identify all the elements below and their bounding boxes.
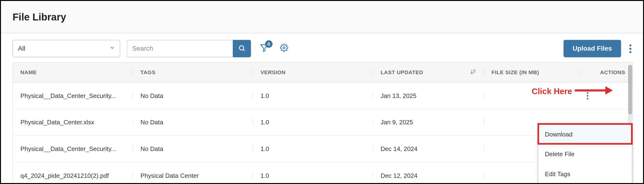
menu-item-edit-tags[interactable]: Edit Tags	[538, 164, 632, 184]
col-header-actions: ACTIONS	[579, 69, 633, 75]
cell-tags: No Data	[133, 92, 253, 99]
cell-version: 1.0	[253, 92, 373, 99]
cell-tags: Physical Data Center	[133, 172, 253, 179]
toolbar: 0 Upload Files	[1, 33, 644, 62]
cell-updated: Dec 14, 2024	[373, 145, 484, 152]
settings-button[interactable]	[278, 42, 291, 55]
page-title: File Library	[12, 11, 66, 23]
cell-version: 1.0	[253, 172, 373, 179]
col-header-updated-label: LAST UPDATED	[380, 69, 423, 75]
cell-updated: Jan 9, 2025	[373, 119, 484, 126]
col-header-version[interactable]: VERSION	[253, 69, 373, 75]
cell-tags: No Data	[133, 145, 253, 152]
menu-item-delete[interactable]: Delete File	[538, 144, 632, 164]
scrollbar-thumb[interactable]	[628, 65, 632, 114]
cell-version: 1.0	[253, 119, 373, 126]
col-header-name[interactable]: NAME	[13, 69, 133, 75]
cell-version: 1.0	[253, 145, 373, 152]
search-input[interactable]	[127, 40, 233, 57]
cell-name[interactable]: Physical__Data_Center_Security...	[13, 92, 133, 99]
cell-name[interactable]: q4_2024_pide_20241210(2).pdf	[13, 172, 133, 179]
col-header-updated[interactable]: LAST UPDATED	[373, 69, 484, 76]
filter-button[interactable]: 0	[258, 42, 271, 55]
search-group	[127, 40, 251, 57]
cell-updated: Dec 12, 2024	[373, 172, 484, 179]
cell-name[interactable]: Physical__Data_Center_Security...	[13, 145, 133, 152]
filter-count-badge: 0	[265, 40, 272, 48]
cell-name[interactable]: Physical_Data_Center.xlsx	[13, 119, 133, 126]
row-actions-dropdown: Download Delete File Edit Tags	[538, 124, 632, 184]
menu-item-download[interactable]: Download	[538, 124, 632, 144]
page-actions-menu[interactable]	[628, 42, 633, 55]
sort-desc-icon	[470, 69, 476, 76]
search-button[interactable]	[233, 40, 251, 57]
filter-select-input[interactable]	[12, 40, 120, 57]
cell-updated: Jan 13, 2025	[373, 92, 484, 99]
header: File Library	[1, 1, 644, 33]
gear-icon	[280, 44, 288, 54]
row-actions-menu[interactable]	[587, 92, 624, 99]
table-row: Physical__Data_Center_Security... No Dat…	[13, 82, 633, 109]
cell-actions	[579, 92, 633, 99]
cell-tags: No Data	[133, 119, 253, 126]
table-header-row: NAME TAGS VERSION LAST UPDATED FILE SIZE…	[13, 63, 633, 83]
col-header-tags[interactable]: TAGS	[133, 69, 253, 75]
svg-point-3	[283, 46, 285, 49]
search-icon	[238, 44, 246, 53]
upload-files-button[interactable]: Upload Files	[564, 40, 621, 57]
svg-point-0	[239, 46, 244, 50]
filter-select[interactable]	[12, 40, 120, 57]
svg-line-1	[243, 49, 245, 51]
col-header-size[interactable]: FILE SIZE (IN MB)	[484, 69, 579, 75]
